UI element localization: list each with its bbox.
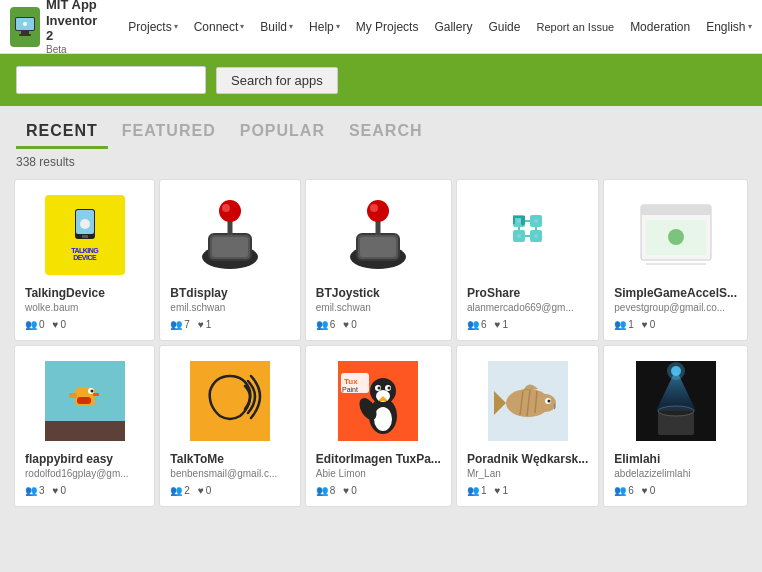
svg-rect-4 xyxy=(19,34,31,36)
heart-count: ♥ 1 xyxy=(198,319,212,330)
heart-count: ♥ 0 xyxy=(198,485,212,496)
app-stats: 👥 6 ♥ 0 xyxy=(316,319,357,330)
svg-point-5 xyxy=(23,22,27,26)
app-author: Abie Limon xyxy=(316,468,441,479)
list-item[interactable]: Poradnik Wędkarsk... Mr_Lan 👥 1 ♥ 1 xyxy=(456,345,599,507)
star-count: 👥 6 xyxy=(614,485,634,496)
app-thumbnail xyxy=(25,356,144,446)
app-stats: 👥 8 ♥ 0 xyxy=(316,485,357,496)
app-stats: 👥 3 ♥ 0 xyxy=(25,485,66,496)
tab-search[interactable]: SEARCH xyxy=(339,116,433,149)
list-item[interactable]: flappybird easy rodolfod16gplay@gm... 👥 … xyxy=(14,345,155,507)
svg-point-22 xyxy=(367,200,389,222)
nav-gallery[interactable]: Gallery xyxy=(429,16,477,38)
nav-build[interactable]: Build ▾ xyxy=(255,16,298,38)
svg-rect-49 xyxy=(93,393,99,396)
logo-sub: Beta xyxy=(46,44,107,56)
nav-connect[interactable]: Connect ▾ xyxy=(189,16,250,38)
svg-point-61 xyxy=(388,387,391,390)
app-name: Elimlahi xyxy=(614,452,737,466)
list-item[interactable]: Tux Paint EditorImagen TuxPa... Abie Lim… xyxy=(305,345,452,507)
star-count: 👥 7 xyxy=(170,319,190,330)
list-item[interactable]: Elimlahi abdelazizelimlahi 👥 6 ♥ 0 xyxy=(603,345,748,507)
search-button[interactable]: Search for apps xyxy=(216,67,338,94)
nav-projects[interactable]: Projects ▾ xyxy=(123,16,182,38)
svg-text:Paint: Paint xyxy=(342,386,358,393)
nav-my-projects[interactable]: My Projects xyxy=(351,16,424,38)
list-item[interactable]: ProShare alanmercado669@gm... 👥 6 ♥ 1 xyxy=(456,179,599,341)
app-thumbnail xyxy=(614,190,737,280)
star-count: 👥 1 xyxy=(467,485,487,496)
heart-count: ♥ 0 xyxy=(343,485,357,496)
svg-point-35 xyxy=(517,234,521,238)
app-name: EditorImagen TuxPa... xyxy=(316,452,441,466)
tabs-bar: RECENT FEATURED POPULAR SEARCH xyxy=(0,106,762,149)
tab-recent[interactable]: RECENT xyxy=(16,116,108,149)
svg-rect-50 xyxy=(77,397,91,404)
nav-report[interactable]: Report an Issue xyxy=(531,17,619,37)
app-thumbnail: Tux Paint xyxy=(316,356,441,446)
svg-point-60 xyxy=(378,387,381,390)
svg-point-16 xyxy=(222,204,230,212)
star-count: 👥 8 xyxy=(316,485,336,496)
nav-guide[interactable]: Guide xyxy=(483,16,525,38)
star-count: 👥 3 xyxy=(25,485,45,496)
app-logo-icon xyxy=(10,7,40,47)
svg-rect-48 xyxy=(69,393,77,398)
chevron-down-icon: ▾ xyxy=(336,22,340,31)
app-thumbnail xyxy=(170,356,289,446)
search-input[interactable] xyxy=(16,66,206,94)
app-thumbnail xyxy=(467,190,588,280)
chevron-down-icon: ▾ xyxy=(174,22,178,31)
tab-featured[interactable]: FEATURED xyxy=(112,116,226,149)
app-stats: 👥 6 ♥ 0 xyxy=(614,485,655,496)
nav-moderation[interactable]: Moderation xyxy=(625,16,695,38)
svg-point-23 xyxy=(370,204,378,212)
chevron-down-icon: ▾ xyxy=(748,22,752,31)
list-item[interactable]: TalkToMe benbensmail@gmail.c... 👥 2 ♥ 0 xyxy=(159,345,300,507)
app-thumbnail: TALKINGDEVICE xyxy=(25,190,144,280)
app-stats: 👥 6 ♥ 1 xyxy=(467,319,508,330)
list-item[interactable]: TALKINGDEVICE TalkingDevice wolke.baum 👥… xyxy=(14,179,155,341)
app-stats: 👥 0 ♥ 0 xyxy=(25,319,66,330)
app-name: TalkToMe xyxy=(170,452,289,466)
app-thumbnail xyxy=(170,190,289,280)
svg-rect-3 xyxy=(21,31,29,34)
app-name: flappybird easy xyxy=(25,452,144,466)
star-count: 👥 1 xyxy=(614,319,634,330)
svg-rect-41 xyxy=(646,263,706,265)
svg-rect-8 xyxy=(82,235,88,238)
app-author: benbensmail@gmail.c... xyxy=(170,468,289,479)
app-thumbnail xyxy=(467,356,588,446)
list-item[interactable]: BTdisplay emil.schwan 👥 7 ♥ 1 xyxy=(159,179,300,341)
chevron-down-icon: ▾ xyxy=(240,22,244,31)
tab-popular[interactable]: POPULAR xyxy=(230,116,335,149)
heart-count: ♥ 1 xyxy=(494,319,508,330)
app-name: BTdisplay xyxy=(170,286,289,300)
app-stats: 👥 7 ♥ 1 xyxy=(170,319,211,330)
star-count: 👥 6 xyxy=(467,319,487,330)
svg-point-79 xyxy=(667,362,685,380)
svg-point-33 xyxy=(517,219,521,223)
list-item[interactable]: SimpleGameAccelS... pevestgroup@gmail.co… xyxy=(603,179,748,341)
logo-text: MIT App Inventor 2 Beta xyxy=(46,0,107,56)
nav-help[interactable]: Help ▾ xyxy=(304,16,345,38)
app-author: emil.schwan xyxy=(170,302,289,313)
app-author: pevestgroup@gmail.co... xyxy=(614,302,737,313)
app-grid: TALKINGDEVICE TalkingDevice wolke.baum 👥… xyxy=(0,175,762,521)
results-count: 338 results xyxy=(0,149,762,175)
app-author: Mr_Lan xyxy=(467,468,588,479)
logo-area: MIT App Inventor 2 Beta xyxy=(10,0,107,56)
nav-english[interactable]: English ▾ xyxy=(701,16,756,38)
app-thumbnail xyxy=(614,356,737,446)
app-stats: 👥 1 ♥ 1 xyxy=(467,485,508,496)
svg-point-54 xyxy=(374,407,392,431)
app-name: SimpleGameAccelS... xyxy=(614,286,737,300)
svg-rect-43 xyxy=(45,421,125,441)
svg-rect-13 xyxy=(212,237,248,257)
svg-rect-51 xyxy=(190,361,270,441)
svg-rect-38 xyxy=(641,205,711,215)
star-count: 👥 6 xyxy=(316,319,336,330)
list-item[interactable]: BTJoystick emil.schwan 👥 6 ♥ 0 xyxy=(305,179,452,341)
app-author: abdelazizelimlahi xyxy=(614,468,737,479)
